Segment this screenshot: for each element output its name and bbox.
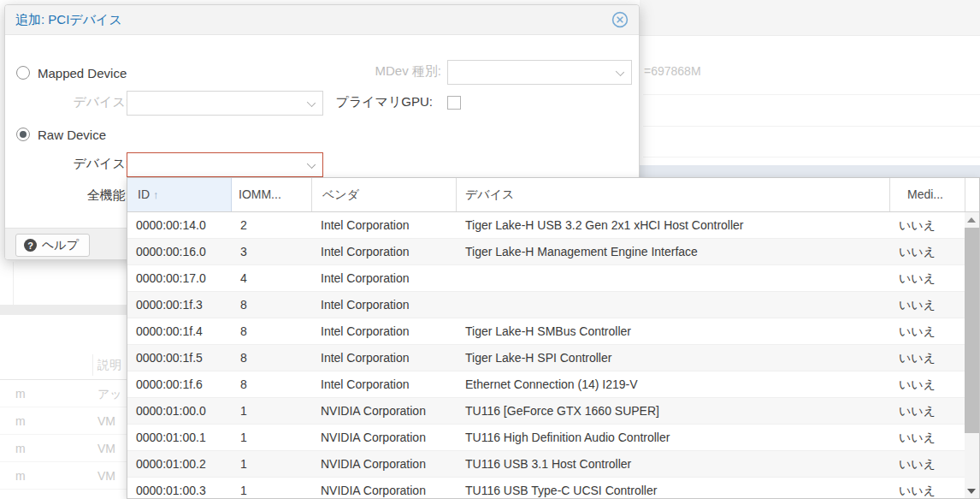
cell-mediated: いいえ (890, 265, 965, 292)
cell-vendor: NVIDIA Corporation (312, 425, 457, 451)
cell-device: Tiger Lake-H USB 3.2 Gen 2x1 xHCI Host C… (457, 212, 890, 239)
cell-mediated: いいえ (890, 371, 965, 398)
cell-mediated: いいえ (890, 478, 965, 498)
table-row[interactable]: 0000:00:16.03Intel CorporationTiger Lake… (127, 239, 965, 265)
chevron-down-icon (307, 98, 316, 107)
mapped-device-radio-label: Mapped Device (38, 66, 127, 80)
cell-vendor: NVIDIA Corporation (312, 451, 457, 478)
background-splitter (0, 305, 127, 315)
device-table-body: 0000:00:14.02Intel CorporationTiger Lake… (127, 212, 965, 498)
background-table-header: 説明 (0, 351, 127, 380)
sort-asc-icon: ↑ (153, 188, 159, 201)
cell-mediated: いいえ (890, 398, 965, 425)
cell-iommu: 8 (232, 292, 312, 318)
table-row[interactable]: 0000:00:14.02Intel CorporationTiger Lake… (127, 212, 965, 239)
device-table-header: ID↑ IOMM... ベンダ デバイス Medi... (127, 178, 979, 212)
scroll-up-icon[interactable] (967, 217, 976, 223)
background-row-line (643, 94, 980, 95)
column-header-iommu[interactable]: IOMM... (232, 178, 312, 211)
cell-iommu: 8 (232, 371, 312, 398)
cell-iommu: 2 (232, 212, 312, 239)
background-selected-row (640, 165, 980, 177)
cell-vendor: Intel Corporation (312, 292, 457, 318)
cell-id: 0000:01:00.0 (127, 398, 232, 425)
cell-device: TU116 USB Type-C UCSI Controller (457, 478, 890, 498)
raw-device-radio-label: Raw Device (38, 128, 106, 142)
help-button-label: ヘルプ (42, 238, 79, 253)
cell-mediated: いいえ (890, 425, 965, 451)
cell-vendor: Intel Corporation (312, 212, 457, 239)
close-icon[interactable] (611, 11, 629, 28)
cell-vendor: NVIDIA Corporation (312, 398, 457, 425)
cell-iommu: 8 (232, 318, 312, 345)
cell-device (457, 265, 890, 292)
cell-iommu: 8 (232, 345, 312, 371)
cell-vendor: Intel Corporation (312, 371, 457, 398)
column-header-id[interactable]: ID↑ (127, 178, 232, 211)
chevron-down-icon (616, 68, 624, 76)
mapped-device-combo-label: デバイス: (18, 94, 129, 110)
cell-mediated: いいえ (890, 318, 965, 345)
background-row-line (643, 126, 980, 127)
cell-device: Tiger Lake-H SPI Controller (457, 345, 890, 371)
pci-device-dropdown: ID↑ IOMM... ベンダ デバイス Medi... 0000:00:14.… (127, 177, 980, 499)
mdev-type-label: MDev 種別: (330, 63, 441, 80)
cell-device: TU116 [GeForce GTX 1660 SUPER] (457, 398, 890, 425)
cell-id: 0000:01:00.2 (127, 451, 232, 478)
cell-iommu: 4 (232, 265, 312, 292)
background-row-line (643, 157, 980, 157)
background-table-row: m VM (0, 462, 127, 490)
scrollbar[interactable] (965, 212, 979, 498)
cell-mediated: いいえ (890, 292, 965, 318)
cell-id: 0000:00:16.0 (127, 239, 232, 265)
cell-id: 0000:00:1f.5 (127, 345, 232, 371)
dialog-header: 追加: PCIデバイス (5, 5, 639, 35)
table-row[interactable]: 0000:00:17.04Intel Corporationいいえ (127, 265, 965, 292)
table-row[interactable]: 0000:00:1f.68Intel CorporationEthernet C… (127, 371, 965, 398)
table-row[interactable]: 0000:00:1f.48Intel CorporationTiger Lake… (127, 318, 965, 345)
background-table-row: m VM (0, 435, 127, 462)
cell-iommu: 1 (232, 398, 312, 425)
raw-device-combo-label: デバイス: (18, 156, 129, 172)
column-header-vendor[interactable]: ベンダ (312, 178, 457, 211)
background-table-row: m アッ (0, 380, 127, 407)
mdev-type-combo (447, 60, 632, 85)
cell-id: 0000:00:17.0 (127, 265, 232, 292)
help-button[interactable]: ? ヘルプ (15, 234, 90, 257)
primary-gpu-checkbox[interactable] (447, 96, 461, 110)
cell-iommu: 3 (232, 239, 312, 265)
mapped-device-radio[interactable] (16, 66, 30, 80)
cell-device: Tiger Lake-H SMBus Controller (457, 318, 890, 345)
cell-mediated: いいえ (890, 345, 965, 371)
cell-vendor: Intel Corporation (312, 239, 457, 265)
cell-vendor: Intel Corporation (312, 318, 457, 345)
cell-vendor: Intel Corporation (312, 265, 457, 292)
scroll-down-icon[interactable] (967, 489, 976, 494)
raw-device-radio[interactable] (16, 128, 30, 141)
cell-vendor: Intel Corporation (312, 345, 457, 371)
cell-iommu: 1 (232, 478, 312, 498)
background-memory-text: =697868M (644, 64, 701, 78)
table-row[interactable]: 0000:00:1f.38Intel Corporationいいえ (127, 292, 965, 318)
column-header-mediated[interactable]: Medi... (890, 178, 965, 211)
all-functions-label: 全機能: (18, 187, 129, 204)
cell-device: Tiger Lake-H Management Engine Interface (457, 239, 890, 265)
table-row[interactable]: 0000:01:00.31NVIDIA CorporationTU116 USB… (127, 478, 965, 498)
column-header-device[interactable]: デバイス (457, 178, 890, 211)
cell-id: 0000:01:00.1 (127, 425, 232, 451)
cell-mediated: いいえ (890, 451, 965, 478)
mapped-device-combo (127, 91, 323, 116)
raw-device-combo[interactable] (127, 152, 323, 177)
chevron-down-icon (307, 160, 316, 169)
table-row[interactable]: 0000:00:1f.58Intel CorporationTiger Lake… (127, 345, 965, 371)
cell-id: 0000:00:14.0 (127, 212, 232, 239)
cell-id: 0000:00:1f.3 (127, 292, 232, 318)
scrollbar-thumb[interactable] (965, 228, 979, 433)
cell-vendor: NVIDIA Corporation (312, 478, 457, 498)
background-table-row: m VM (0, 407, 127, 435)
table-row[interactable]: 0000:01:00.21NVIDIA CorporationTU116 USB… (127, 451, 965, 478)
background-task-table: 説明 m アッ m VM m VM m VM (0, 351, 127, 499)
table-row[interactable]: 0000:01:00.01NVIDIA CorporationTU116 [Ge… (127, 398, 965, 425)
cell-mediated: いいえ (890, 239, 965, 265)
table-row[interactable]: 0000:01:00.11NVIDIA CorporationTU116 Hig… (127, 425, 965, 451)
